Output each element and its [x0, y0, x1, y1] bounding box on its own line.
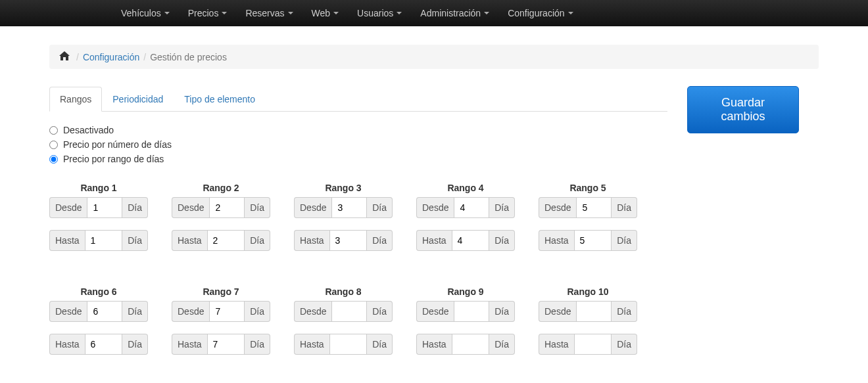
hasta-group: HastaDía: [539, 334, 637, 355]
range-block-10: Rango 10DesdeDíaHastaDía: [539, 286, 637, 367]
caret-icon: [333, 12, 339, 14]
nav-label: Web: [312, 8, 331, 18]
nav-usuarios[interactable]: Usuarios: [348, 0, 411, 26]
hasta-input[interactable]: [329, 230, 368, 251]
desde-label: Desde: [294, 197, 331, 218]
hasta-group: HastaDía: [49, 334, 148, 355]
desde-label: Desde: [539, 197, 576, 218]
dia-label: Día: [122, 197, 148, 218]
caret-icon: [484, 12, 489, 14]
desde-input[interactable]: [87, 301, 122, 322]
desde-label: Desde: [172, 301, 209, 322]
range-title: Rango 8: [294, 286, 393, 297]
caret-icon: [288, 12, 293, 14]
hasta-label: Hasta: [539, 230, 574, 251]
nav-label: Configuración: [508, 8, 564, 18]
save-button-line1: Guardar: [721, 96, 765, 109]
dia-label: Día: [489, 230, 515, 251]
save-button-line2: cambios: [698, 110, 788, 124]
dia-label: Día: [122, 301, 148, 322]
nav-label: Administración: [420, 8, 481, 18]
desde-group: DesdeDía: [172, 301, 270, 322]
range-block-3: Rango 3DesdeDíaHastaDía: [294, 183, 393, 263]
desde-input[interactable]: [454, 301, 489, 322]
ranges-grid: Rango 1DesdeDíaHastaDíaRango 2DesdeDíaHa…: [49, 183, 667, 367]
tab-rangos[interactable]: Rangos: [49, 87, 102, 112]
nav-precios[interactable]: Precios: [179, 0, 237, 26]
range-block-9: Rango 9DesdeDíaHastaDía: [416, 286, 515, 367]
radio-label: Desactivado: [63, 125, 114, 135]
radio-por-numero-input[interactable]: [49, 141, 58, 149]
hasta-input[interactable]: [85, 334, 123, 355]
desde-input[interactable]: [576, 301, 612, 322]
desde-input[interactable]: [87, 197, 122, 218]
hasta-input[interactable]: [329, 334, 368, 355]
hasta-group: HastaDía: [416, 334, 515, 355]
nav-web[interactable]: Web: [302, 0, 349, 26]
hasta-label: Hasta: [172, 334, 207, 355]
desde-input[interactable]: [331, 197, 367, 218]
range-title: Rango 7: [172, 286, 270, 297]
nav-reservas[interactable]: Reservas: [236, 0, 302, 26]
breadcrumb: / Configuración / Gestión de precios: [49, 45, 819, 69]
range-title: Rango 6: [49, 286, 148, 297]
desde-group: DesdeDía: [49, 301, 148, 322]
hasta-input[interactable]: [574, 230, 612, 251]
hasta-input[interactable]: [207, 230, 245, 251]
hasta-input[interactable]: [452, 334, 490, 355]
radio-por-rango-input[interactable]: [49, 155, 58, 164]
desde-group: DesdeDía: [416, 301, 515, 322]
radio-desactivado-input[interactable]: [49, 126, 58, 135]
desde-input[interactable]: [454, 197, 489, 218]
radio-por-numero[interactable]: Precio por número de días: [49, 139, 667, 150]
dia-label: Día: [245, 301, 270, 322]
desde-input[interactable]: [209, 301, 245, 322]
radio-por-rango[interactable]: Precio por rango de días: [49, 154, 667, 164]
nav-configuracion[interactable]: Configuración: [498, 0, 582, 26]
dia-label: Día: [245, 197, 270, 218]
range-block-4: Rango 4DesdeDíaHastaDía: [416, 183, 515, 263]
dia-label: Día: [489, 197, 515, 218]
range-block-2: Rango 2DesdeDíaHastaDía: [172, 183, 270, 263]
hasta-group: HastaDía: [416, 230, 515, 251]
radio-label: Precio por rango de días: [63, 154, 164, 164]
tab-tipo[interactable]: Tipo de elemento: [174, 87, 266, 112]
desde-label: Desde: [172, 197, 209, 218]
dia-label: Día: [489, 334, 515, 355]
hasta-input[interactable]: [574, 334, 612, 355]
radio-desactivado[interactable]: Desactivado: [49, 125, 667, 135]
nav-label: Vehículos: [121, 8, 161, 18]
desde-input[interactable]: [331, 301, 367, 322]
desde-label: Desde: [539, 301, 576, 322]
range-title: Rango 5: [539, 183, 637, 193]
range-block-7: Rango 7DesdeDíaHastaDía: [172, 286, 270, 367]
nav-label: Reservas: [245, 8, 284, 18]
dia-label: Día: [612, 301, 637, 322]
range-title: Rango 2: [172, 183, 270, 193]
hasta-input[interactable]: [452, 230, 490, 251]
hasta-input[interactable]: [207, 334, 245, 355]
dia-label: Día: [489, 301, 515, 322]
desde-input[interactable]: [576, 197, 612, 218]
range-title: Rango 4: [416, 183, 515, 193]
desde-label: Desde: [416, 197, 454, 218]
hasta-input[interactable]: [85, 230, 123, 251]
nav-vehiculos[interactable]: Vehículos: [112, 0, 179, 26]
tabs: Rangos Periodicidad Tipo de elemento: [49, 86, 667, 112]
hasta-label: Hasta: [416, 334, 452, 355]
caret-icon: [568, 12, 573, 14]
dia-label: Día: [245, 230, 270, 251]
hasta-group: HastaDía: [172, 230, 270, 251]
desde-input[interactable]: [209, 197, 245, 218]
dia-label: Día: [612, 197, 637, 218]
save-button[interactable]: Guardar cambios: [687, 86, 799, 133]
tab-periodicidad[interactable]: Periodicidad: [102, 87, 174, 112]
desde-group: DesdeDía: [416, 197, 515, 218]
nav-administracion[interactable]: Administración: [411, 0, 498, 26]
hasta-group: HastaDía: [539, 230, 637, 251]
dia-label: Día: [367, 334, 393, 355]
breadcrumb-link-configuracion[interactable]: Configuración: [83, 52, 139, 62]
desde-group: DesdeDía: [539, 301, 637, 322]
hasta-group: HastaDía: [172, 334, 270, 355]
home-icon[interactable]: [59, 51, 70, 62]
